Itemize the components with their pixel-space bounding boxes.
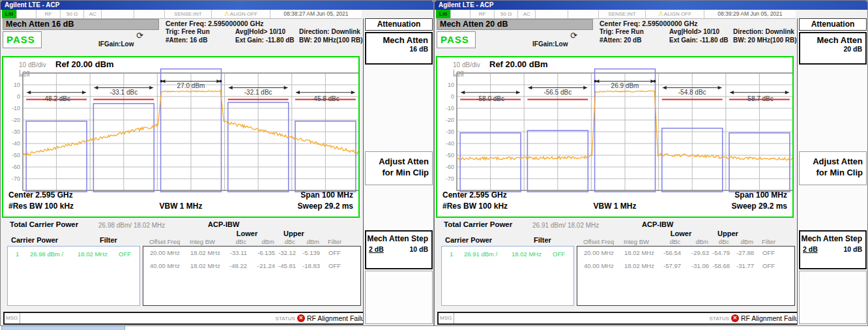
clock: 08:39:29 AM Jun 05, 2021 <box>704 10 796 18</box>
window-titlebar[interactable]: Agilent LTE - ACP <box>1 1 433 10</box>
align-status: ⚠ALIGN OFF <box>646 10 704 18</box>
offset-table-cell: OFF <box>328 262 341 269</box>
menu-title: Attenuation <box>365 18 433 31</box>
svg-text:-10: -10 <box>446 105 454 112</box>
status-cell-empty <box>536 10 568 18</box>
continuous-sweep-icon: ⟳ <box>570 31 577 40</box>
carrier-index: 1 <box>450 250 453 258</box>
svg-text:-60: -60 <box>12 164 20 170</box>
offset-freq-header: Offset Freq <box>583 238 614 245</box>
step-value-alt[interactable]: 10 dB <box>843 245 862 253</box>
upper-group-header: Upper <box>267 230 321 237</box>
lower-dbc-header: dBc <box>216 238 246 245</box>
offset-table-cell: 18.02 MHz <box>190 249 220 256</box>
error-icon: ✕ <box>297 314 305 322</box>
status-label: STATUS <box>710 316 729 322</box>
softkey-mech-atten[interactable]: Mech Atten 20 dB <box>799 32 867 65</box>
offset-table-cell: 18.02 MHz <box>190 262 220 269</box>
msg-label: MSG <box>439 313 454 323</box>
trigger-label: Trig: Free Run <box>166 28 210 35</box>
window-title: Agilent LTE - ACP <box>439 1 493 8</box>
step-value-selected[interactable]: 2 dB <box>803 245 818 253</box>
atten-label: #Atten: 16 dB <box>166 37 207 44</box>
carrier-table: 1 26.91 dBm / 18.02 MHz OFF <box>441 246 574 306</box>
integ-bw-header: Integ BW <box>624 238 649 245</box>
error-icon: ✕ <box>731 314 739 322</box>
carrier-bandwidth-value: 18.02 MHz <box>78 250 108 258</box>
step-value-alt[interactable]: 10 dB <box>409 245 428 253</box>
atten-label: #Atten: 20 dB <box>600 37 641 44</box>
svg-text:-45.8 dBc: -45.8 dBc <box>311 95 340 102</box>
softkey-mech-atten[interactable]: Mech Atten 16 dB <box>365 32 433 65</box>
impedance-indicator: 50 Ω <box>495 10 519 18</box>
instrument-status-bar: LXI RF 50 Ω AC SENSE:INT ⚠ALIGN OFF 08:3… <box>436 10 796 19</box>
filter-header: Filter <box>534 236 551 244</box>
spectrum-display: 10 dB/div Log Ref 20.00 dBm 100-10-20-30… <box>436 56 794 218</box>
upper-group-header: Upper <box>701 230 755 237</box>
offset-table-cell: 40.00 MHz <box>150 262 180 269</box>
offset-table: 20.00 MHz18.02 MHz-56.54-29.63-54.79-27.… <box>577 246 795 306</box>
adjust-atten-line2: for Min Clip <box>366 167 432 178</box>
impedance-indicator: 50 Ω <box>61 10 85 18</box>
avg-hold-label: Avg|Hold> 10/10 <box>669 28 719 35</box>
offset-table-cell: -18.83 <box>290 262 320 269</box>
sense-status: SENSE:INT <box>599 10 646 18</box>
pass-fail-badge: PASS <box>3 31 42 48</box>
svg-text:-70: -70 <box>12 175 20 182</box>
step-value-selected[interactable]: 2 dB <box>369 245 384 253</box>
mech-atten-step-label: Mech Atten Step <box>800 232 865 243</box>
carrier-power-value: 26.98 dBm / <box>30 250 63 258</box>
coupling-indicator: AC <box>84 10 102 18</box>
softkey-adjust-atten[interactable]: Adjust Atten for Min Clip <box>365 151 433 185</box>
window-titlebar[interactable]: Agilent LTE - ACP <box>435 1 867 10</box>
step-values: 2 dB 10 dB <box>366 245 431 256</box>
sweep-readout: Sweep 29.2 ms <box>298 202 353 211</box>
svg-text:-48.2 dBc: -48.2 dBc <box>42 95 70 102</box>
window-title: Agilent LTE - ACP <box>5 1 59 8</box>
center-freq-readout: Center 2.595 GHz <box>8 190 73 200</box>
svg-text:26.9 dBm: 26.9 dBm <box>611 82 639 89</box>
offset-table-cell: OFF <box>762 262 775 269</box>
offset-table-cell: -31.77 <box>724 262 754 269</box>
svg-text:10: 10 <box>14 82 20 88</box>
offset-freq-header: Offset Freq <box>149 238 180 245</box>
softkey-mech-atten-step[interactable]: Mech Atten Step 2 dB 10 dB <box>365 230 433 269</box>
carrier-table-header: Carrier Power Filter <box>7 236 140 245</box>
instrument-status-bar: LXI RF 50 Ω AC SENSE:INT ⚠ALIGN OFF 08:3… <box>2 10 362 19</box>
svg-text:-56.5 dBc: -56.5 dBc <box>543 89 571 96</box>
carrier-bandwidth-value: 18.02 MHz <box>512 250 542 258</box>
softkey-mech-atten-step[interactable]: Mech Atten Step 2 dB 10 dB <box>799 230 867 269</box>
adjust-atten-line2: for Min Clip <box>800 167 866 178</box>
offset-table-cell: -27.88 <box>724 249 754 256</box>
svg-text:10: 10 <box>448 82 454 88</box>
status-cell-empty <box>17 10 37 18</box>
span-readout: Span 100 MHz <box>300 190 353 200</box>
background-window-fragment[interactable] <box>1 325 125 330</box>
carrier-filter-value: OFF <box>553 250 565 258</box>
if-gain-label: IFGain:Low <box>532 40 568 48</box>
svg-text:27.0 dBm: 27.0 dBm <box>177 82 205 89</box>
measurement-title-bar: Mech Atten 20 dB <box>437 19 593 30</box>
softkey-adjust-atten[interactable]: Adjust Atten for Min Clip <box>799 151 867 185</box>
mech-atten-label: Mech Atten <box>366 33 431 45</box>
offset-table-row: 40.00 MHz18.02 MHz-57.97-31.06-58.68-31.… <box>577 262 794 275</box>
svg-text:-50: -50 <box>12 152 20 158</box>
res-bw-readout: #Res BW 100 kHz <box>442 202 508 211</box>
menu-title: Attenuation <box>799 18 867 31</box>
message-status-bar: MSG STATUS ✕ RF Alignment Failure <box>3 312 376 325</box>
carrier-power-header: Carrier Power <box>445 236 492 244</box>
offset-table: 20.00 MHz18.02 MHz-33.11-6.135-32.12-5.1… <box>143 246 361 306</box>
measurement-mode-label: ACP-IBW <box>642 220 673 228</box>
offset-table-cell: -56.54 <box>651 249 681 256</box>
status-group: STATUS ✕ RF Alignment Failure <box>710 314 809 322</box>
coupling-indicator: AC <box>518 10 536 18</box>
vbw-readout: VBW 1 MHz <box>160 202 203 211</box>
status-group: STATUS ✕ RF Alignment Failure <box>276 314 375 322</box>
bandwidth-label: BW: 20 MHz(100 RB) <box>733 37 797 44</box>
offset-table-group-header: Lower Upper <box>143 230 361 237</box>
analyzer-window-2: Agilent LTE - ACP LXI RF 50 Ω AC SENSE:I… <box>434 0 868 326</box>
mech-atten-value: 20 dB <box>800 45 865 53</box>
vbw-readout: VBW 1 MHz <box>594 202 637 211</box>
analyzer-window-1: Agilent LTE - ACP LXI RF 50 Ω AC SENSE:I… <box>0 0 434 326</box>
lxi-indicator: LXI <box>2 10 17 18</box>
